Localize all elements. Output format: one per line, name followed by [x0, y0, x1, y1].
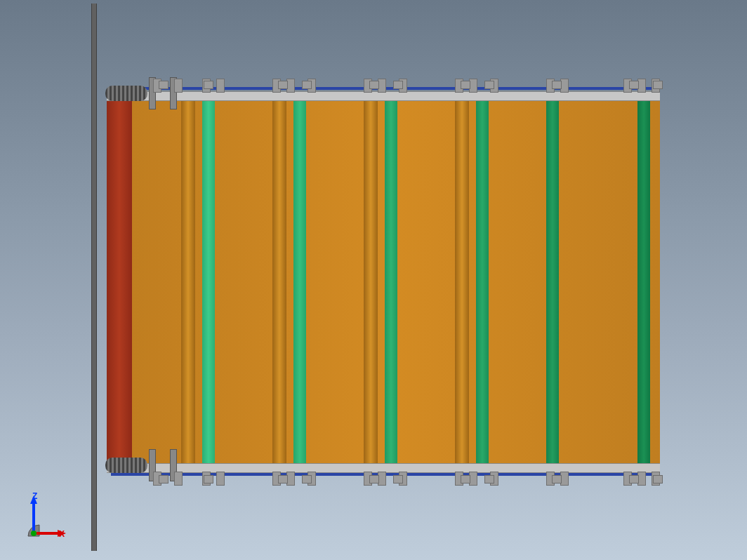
bolt-head: [369, 81, 379, 89]
orange-roller-3: [364, 100, 378, 463]
orange-roller-4: [455, 100, 469, 463]
bolt-head: [204, 81, 213, 89]
bolt-head: [484, 475, 494, 484]
bolt-head: [159, 81, 168, 89]
green-roller-4: [476, 100, 489, 463]
bolt-head: [461, 475, 470, 484]
green-roller-2: [293, 100, 306, 463]
frame-pin: [174, 472, 183, 486]
green-roller-3: [385, 100, 397, 463]
bolt-head: [552, 475, 562, 484]
bolt-head: [653, 81, 663, 89]
orange-roller-2: [272, 100, 286, 463]
svg-point-4: [31, 531, 37, 536]
bolt-head: [461, 81, 470, 89]
bolt-head: [159, 475, 168, 484]
bolt-head: [278, 475, 288, 484]
bolt-head: [302, 81, 312, 89]
orange-roller-1: [181, 100, 195, 463]
top-left-spring: [105, 86, 147, 101]
top-frame-bar: [107, 91, 660, 101]
left-vertical-rail: [91, 4, 97, 551]
cad-model[interactable]: [91, 4, 660, 551]
bolt-head: [278, 81, 288, 89]
bolt-head: [629, 81, 639, 89]
bolt-head: [629, 475, 639, 484]
bolt-head: [369, 475, 379, 484]
bolt-head: [484, 81, 494, 89]
axis-label-z: Z: [32, 491, 37, 501]
bolt-head: [552, 81, 562, 89]
cad-viewport[interactable]: Z X: [0, 0, 747, 560]
green-roller-5: [546, 100, 559, 463]
bolt-head: [302, 475, 312, 484]
axis-triad: Z X: [13, 493, 67, 547]
red-end-plate: [107, 100, 132, 463]
green-roller-1: [202, 100, 215, 463]
axis-label-x: X: [59, 529, 65, 539]
bolt-head: [393, 475, 403, 484]
green-roller-6: [637, 100, 650, 463]
frame-pin: [174, 79, 183, 93]
bolt-head: [393, 81, 403, 89]
bolt-head: [204, 475, 213, 484]
frame-pin: [216, 79, 225, 93]
bottom-left-spring: [105, 458, 147, 473]
bolt-head: [653, 475, 663, 484]
frame-pin: [216, 472, 225, 486]
